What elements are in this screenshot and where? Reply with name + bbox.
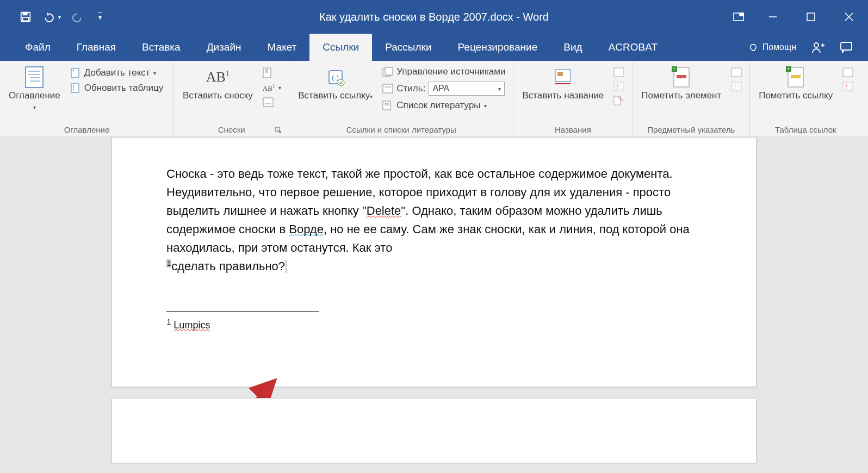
svg-rect-50: [731, 82, 741, 91]
svg-text:!: !: [734, 84, 736, 90]
svg-rect-49: [731, 68, 741, 77]
group-label-captions: Названия: [519, 123, 627, 136]
svg-rect-6: [807, 13, 815, 21]
update-toc-button[interactable]: ! Обновить таблицу: [68, 82, 165, 95]
bibliography-button[interactable]: Список литературы▾: [380, 99, 507, 112]
svg-rect-4: [740, 13, 743, 16]
manage-sources-button[interactable]: Управление источниками: [380, 65, 507, 78]
svg-text:!: !: [617, 84, 618, 90]
update-toa-button[interactable]: !: [840, 80, 855, 92]
insert-table-of-figures-button[interactable]: [611, 66, 627, 78]
svg-rect-40: [614, 68, 624, 77]
ribbon: Оглавление▾ + Добавить текст▾ ! Обновить…: [0, 61, 868, 137]
bibliography-label: Список литературы: [396, 100, 480, 111]
cross-reference-button[interactable]: [611, 95, 627, 107]
update-index-button[interactable]: !: [729, 80, 744, 92]
document-area[interactable]: Сноска - это ведь тоже текст, такой же п…: [0, 137, 868, 473]
svg-rect-57: [843, 82, 853, 91]
footnotes-dialog-launcher[interactable]: [275, 127, 282, 134]
next-footnote-button[interactable]: AB1▾: [261, 82, 283, 94]
tell-me-label: Помощн: [762, 42, 796, 52]
tab-home[interactable]: Главная: [64, 34, 129, 61]
tab-references[interactable]: Ссылки: [309, 34, 372, 61]
minimize-button[interactable]: [754, 0, 792, 34]
share-button[interactable]: [811, 41, 824, 54]
svg-rect-1: [23, 13, 27, 15]
show-notes-button[interactable]: [261, 96, 283, 108]
insert-index-button[interactable]: [729, 66, 744, 78]
tab-review[interactable]: Рецензирование: [445, 34, 551, 61]
tab-acrobat[interactable]: ACROBAT: [596, 34, 671, 61]
svg-rect-12: [841, 42, 852, 50]
manage-sources-label: Управление источниками: [396, 66, 505, 77]
group-index: + Пометить элемент ! Предметный указател…: [633, 61, 750, 136]
svg-rect-13: [26, 67, 43, 88]
tab-view[interactable]: Вид: [550, 34, 595, 61]
insert-endnote-button[interactable]: [i]: [261, 66, 283, 79]
insert-toa-button[interactable]: [840, 66, 855, 78]
qat-customize-button[interactable]: ▾: [95, 8, 106, 26]
insert-caption-label: Вставить название: [522, 90, 604, 101]
footnote-separator: [166, 311, 319, 312]
citation-style-select[interactable]: Стиль: APA▾: [380, 80, 507, 97]
svg-rect-32: [383, 84, 393, 93]
save-button[interactable]: [16, 8, 35, 26]
insert-caption-button[interactable]: Вставить название: [519, 64, 607, 103]
ribbon-display-options-button[interactable]: [723, 0, 754, 34]
update-toc-label: Обновить таблицу: [84, 83, 163, 94]
insert-citation-button[interactable]: (-) Вставить ссылку▾: [295, 64, 376, 103]
svg-rect-2: [23, 17, 29, 21]
tab-layout[interactable]: Макет: [255, 34, 310, 61]
redo-button[interactable]: [69, 8, 87, 26]
group-table-of-authorities: + Пометить ссылку ! Таблица ссылок: [750, 61, 861, 136]
svg-text:!: !: [73, 85, 75, 91]
document-page-2[interactable]: [111, 398, 757, 463]
svg-text:+: +: [72, 69, 75, 72]
footnote-content: Lumpics: [173, 320, 210, 331]
svg-rect-43: [614, 96, 621, 105]
table-of-contents-button[interactable]: Оглавление▾: [5, 64, 64, 115]
titlebar: ▾ ▾ Как удалить сноски в Ворде 2007.docx…: [0, 0, 868, 34]
para-segment-4: сделать правильно?: [171, 259, 285, 273]
svg-rect-41: [614, 82, 624, 91]
mark-citation-button[interactable]: + Пометить ссылку: [755, 64, 836, 103]
svg-rect-34: [383, 101, 390, 110]
tell-me-button[interactable]: Помощн: [748, 42, 796, 52]
svg-rect-38: [557, 72, 563, 76]
svg-text:+: +: [673, 66, 675, 72]
group-footnotes: AB1 Вставить сноску [i] AB1▾ Сноски: [174, 61, 289, 136]
body-paragraph[interactable]: Сноска - это ведь тоже текст, такой же п…: [166, 165, 702, 276]
mark-index-entry-button[interactable]: + Пометить элемент: [638, 64, 724, 103]
insert-footnote-button[interactable]: AB1 Вставить сноску: [179, 64, 256, 103]
group-label-citations: Ссылки и списки литературы: [295, 123, 507, 136]
footnote-reference-mark[interactable]: 1: [166, 259, 171, 267]
group-label-toc: Оглавление: [5, 123, 168, 136]
group-label-index: Предметный указатель: [638, 123, 744, 136]
comments-button[interactable]: [840, 41, 853, 53]
undo-button[interactable]: ▾: [42, 8, 61, 26]
tab-file[interactable]: Файл: [12, 34, 64, 61]
style-label: Стиль:: [396, 83, 425, 94]
close-button[interactable]: [830, 0, 868, 34]
tab-design[interactable]: Дизайн: [194, 34, 255, 61]
document-page[interactable]: Сноска - это ведь тоже текст, такой же п…: [111, 137, 757, 387]
group-label-toa: Таблица ссылок: [755, 123, 855, 136]
group-citations: (-) Вставить ссылку▾ Управление источник…: [289, 61, 513, 136]
maximize-button[interactable]: [792, 0, 830, 34]
add-text-button[interactable]: + Добавить текст▾: [68, 66, 165, 79]
group-captions: Вставить название ! Названия: [513, 61, 633, 136]
vorde-word: Ворде: [289, 222, 324, 236]
svg-text:(-): (-): [332, 73, 339, 82]
tab-mailings[interactable]: Рассылки: [372, 34, 444, 61]
toc-label: Оглавление: [9, 90, 60, 101]
svg-text:!: !: [846, 84, 847, 90]
mark-citation-label: Пометить ссылку: [759, 90, 833, 101]
quick-access-toolbar: ▾ ▾: [0, 8, 106, 26]
tab-insert[interactable]: Вставка: [129, 34, 194, 61]
mark-entry-label: Пометить элемент: [641, 90, 721, 101]
update-tof-button[interactable]: !: [611, 80, 627, 92]
footnote-text[interactable]: 1 Lumpics: [166, 317, 702, 331]
delete-word: Delete: [367, 204, 401, 217]
svg-text:+: +: [787, 66, 790, 72]
svg-point-9: [814, 43, 819, 47]
